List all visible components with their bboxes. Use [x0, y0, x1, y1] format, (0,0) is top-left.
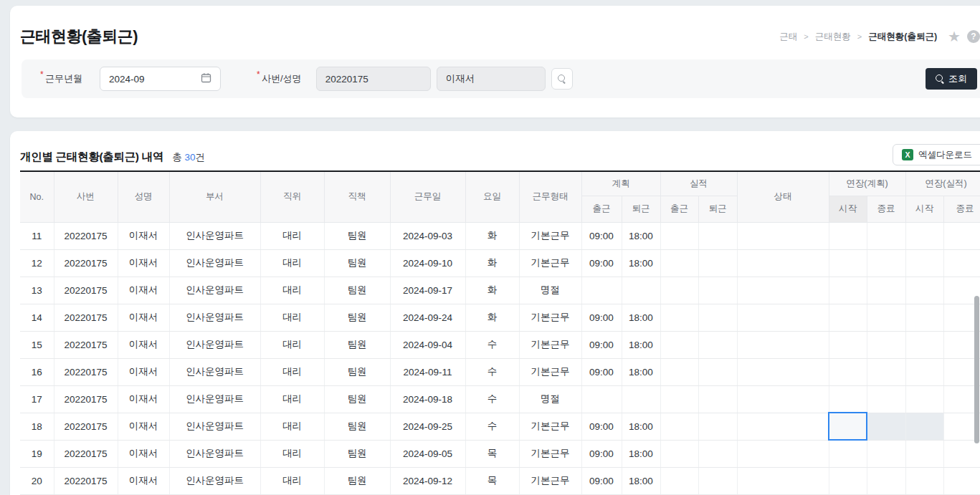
cell-otp_end[interactable]: [867, 385, 905, 413]
cell-act_in[interactable]: [660, 440, 698, 467]
cell-plan_out[interactable]: 18:00: [622, 467, 660, 494]
cell-work_date[interactable]: 2024-09-11: [390, 358, 465, 385]
cell-otp_start[interactable]: [829, 358, 867, 385]
cell-act_in[interactable]: [660, 413, 698, 440]
cell-emp_no[interactable]: 20220175: [54, 358, 118, 385]
cell-name[interactable]: 이재서: [118, 385, 169, 413]
cell-dept[interactable]: 인사운영파트: [169, 467, 260, 494]
cell-act_in[interactable]: [660, 331, 698, 358]
cell-ota_start[interactable]: [905, 358, 943, 385]
breadcrumb-item[interactable]: 근태: [779, 31, 797, 43]
cell-role[interactable]: 팀원: [324, 222, 390, 249]
cell-dept[interactable]: 인사운영파트: [169, 358, 260, 385]
cell-work_type[interactable]: 기본근무: [519, 304, 581, 331]
cell-status[interactable]: [737, 277, 829, 304]
cell-act_out[interactable]: [698, 331, 737, 358]
cell-plan_out[interactable]: [622, 385, 660, 413]
cell-act_in[interactable]: [660, 358, 698, 385]
cell-ota_start[interactable]: [905, 249, 943, 277]
cell-work_type[interactable]: 기본근무: [519, 249, 581, 277]
cell-day[interactable]: 수: [465, 358, 519, 385]
cell-emp_no[interactable]: 20220175: [54, 413, 118, 440]
cell-dept[interactable]: 인사운영파트: [169, 222, 260, 249]
cell-ota_start[interactable]: [905, 277, 943, 304]
cell-position[interactable]: 대리: [260, 467, 324, 494]
cell-act_out[interactable]: [698, 277, 737, 304]
cell-plan_out[interactable]: 18:00: [622, 358, 660, 385]
cell-otp_end[interactable]: [867, 249, 905, 277]
cell-emp_no[interactable]: 20220175: [54, 249, 118, 277]
cell-ota_end[interactable]: [943, 467, 980, 494]
cell-name[interactable]: 이재서: [118, 331, 169, 358]
cell-act_out[interactable]: [698, 413, 737, 440]
cell-otp_start[interactable]: [829, 413, 867, 440]
cell-ota_end[interactable]: [943, 222, 980, 249]
cell-dept[interactable]: 인사운영파트: [169, 413, 260, 440]
cell-ota_end[interactable]: [943, 440, 980, 467]
cell-plan_in[interactable]: 09:00: [581, 440, 622, 467]
cell-day[interactable]: 화: [465, 277, 519, 304]
cell-otp_end[interactable]: [867, 222, 905, 249]
cell-no[interactable]: 11: [20, 222, 54, 249]
cell-act_in[interactable]: [660, 385, 698, 413]
search-submit-button[interactable]: 조회: [926, 68, 977, 90]
cell-no[interactable]: 17: [20, 385, 54, 413]
cell-dept[interactable]: 인사운영파트: [169, 331, 260, 358]
cell-role[interactable]: 팀원: [324, 304, 390, 331]
cell-act_out[interactable]: [698, 222, 737, 249]
cell-act_in[interactable]: [660, 249, 698, 277]
cell-act_out[interactable]: [698, 358, 737, 385]
cell-role[interactable]: 팀원: [324, 440, 390, 467]
cell-day[interactable]: 목: [465, 467, 519, 494]
cell-ota_start[interactable]: [905, 385, 943, 413]
cell-position[interactable]: 대리: [260, 222, 324, 249]
cell-plan_in[interactable]: 09:00: [581, 331, 622, 358]
work-month-input[interactable]: 2024-09: [100, 67, 221, 91]
cell-name[interactable]: 이재서: [118, 249, 169, 277]
cell-plan_in[interactable]: 09:00: [581, 358, 622, 385]
cell-name[interactable]: 이재서: [118, 467, 169, 494]
employee-number-input[interactable]: 20220175: [316, 67, 431, 91]
cell-emp_no[interactable]: 20220175: [54, 331, 118, 358]
cell-plan_in[interactable]: 09:00: [581, 304, 622, 331]
cell-otp_start[interactable]: [829, 277, 867, 304]
cell-name[interactable]: 이재서: [118, 304, 169, 331]
cell-plan_in[interactable]: [581, 277, 622, 304]
cell-no[interactable]: 12: [20, 249, 54, 277]
cell-work_date[interactable]: 2024-09-17: [390, 277, 465, 304]
cell-emp_no[interactable]: 20220175: [54, 467, 118, 494]
cell-work_type[interactable]: 기본근무: [519, 467, 581, 494]
cell-status[interactable]: [737, 304, 829, 331]
cell-status[interactable]: [737, 413, 829, 440]
cell-act_out[interactable]: [698, 249, 737, 277]
cell-ota_start[interactable]: [905, 467, 943, 494]
cell-otp_start[interactable]: [829, 440, 867, 467]
cell-plan_out[interactable]: 18:00: [622, 249, 660, 277]
cell-otp_end[interactable]: [867, 331, 905, 358]
cell-name[interactable]: 이재서: [118, 222, 169, 249]
employee-search-button[interactable]: [551, 68, 573, 90]
cell-status[interactable]: [737, 249, 829, 277]
cell-name[interactable]: 이재서: [118, 440, 169, 467]
cell-no[interactable]: 15: [20, 331, 54, 358]
cell-work_type[interactable]: 명절: [519, 277, 581, 304]
cell-act_out[interactable]: [698, 467, 737, 494]
cell-day[interactable]: 수: [465, 331, 519, 358]
cell-act_out[interactable]: [698, 304, 737, 331]
cell-ota_start[interactable]: [905, 413, 943, 440]
cell-work_type[interactable]: 기본근무: [519, 222, 581, 249]
cell-status[interactable]: [737, 358, 829, 385]
cell-status[interactable]: [737, 222, 829, 249]
cell-work_date[interactable]: 2024-09-03: [390, 222, 465, 249]
cell-work_date[interactable]: 2024-09-12: [390, 467, 465, 494]
cell-work_type[interactable]: 명절: [519, 385, 581, 413]
cell-emp_no[interactable]: 20220175: [54, 277, 118, 304]
calendar-icon[interactable]: [201, 72, 211, 85]
cell-work_date[interactable]: 2024-09-24: [390, 304, 465, 331]
cell-emp_no[interactable]: 20220175: [54, 385, 118, 413]
cell-ota_start[interactable]: [905, 331, 943, 358]
cell-work_date[interactable]: 2024-09-10: [390, 249, 465, 277]
cell-dept[interactable]: 인사운영파트: [169, 440, 260, 467]
cell-day[interactable]: 수: [465, 413, 519, 440]
cell-otp_start[interactable]: [829, 467, 867, 494]
